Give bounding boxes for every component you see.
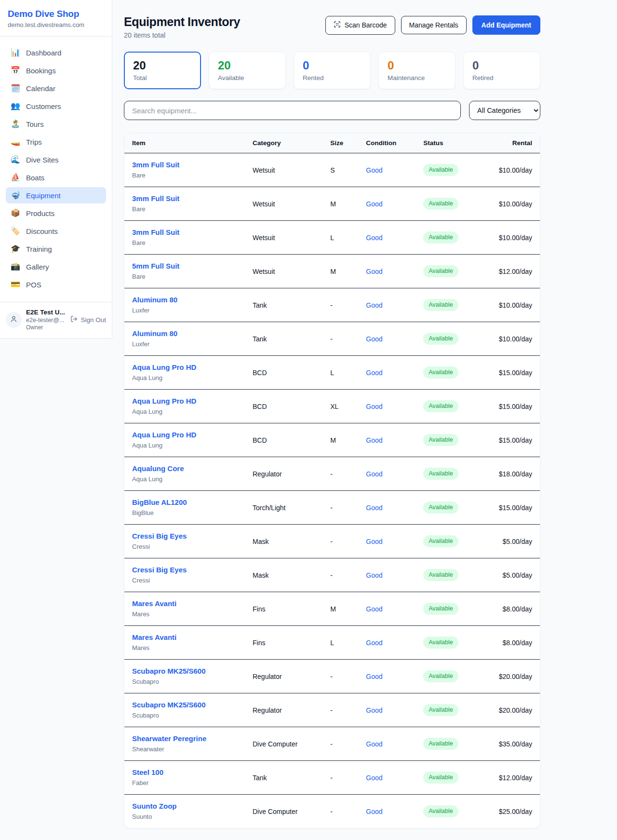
item-name-link[interactable]: Scubapro MK25/S600 <box>132 700 237 710</box>
sidebar-item-discounts[interactable]: 🏷️Discounts <box>6 223 106 239</box>
condition-link[interactable]: Good <box>366 436 382 444</box>
table-row: BigBlue AL1200BigBlueTorch/Light-GoodAva… <box>124 491 540 525</box>
item-name-link[interactable]: 5mm Full Suit <box>132 261 237 271</box>
item-name-link[interactable]: Shearwater Peregrine <box>132 734 237 744</box>
stat-card-rented[interactable]: 0Rented <box>294 52 371 89</box>
item-name-link[interactable]: 3mm Full Suit <box>132 228 237 237</box>
filter-row: All Categories <box>124 101 540 120</box>
item-category: Wetsuit <box>245 153 322 187</box>
item-name-link[interactable]: Mares Avanti <box>132 633 237 642</box>
stat-value: 0 <box>472 58 531 73</box>
rental-rate: $18.00/day <box>472 457 540 491</box>
condition-link[interactable]: Good <box>366 504 382 512</box>
sidebar: Demo Dive Shop demo.test.divestreams.com… <box>0 0 112 339</box>
table-row: Scubapro MK25/S600ScubaproRegulator-Good… <box>124 660 540 693</box>
condition-link[interactable]: Good <box>366 234 382 242</box>
stat-card-maintenance[interactable]: 0Maintenance <box>378 52 456 89</box>
user-name: E2E Test U... <box>26 308 66 316</box>
item-category: Mask <box>245 558 322 592</box>
search-input[interactable] <box>124 101 461 120</box>
sidebar-item-label: POS <box>26 281 41 289</box>
stat-card-retired[interactable]: 0Retired <box>463 52 540 89</box>
status-badge: Available <box>423 805 458 817</box>
sidebar-item-trips[interactable]: 🚤Trips <box>6 134 106 150</box>
condition-link[interactable]: Good <box>366 605 382 613</box>
item-brand: Shearwater <box>132 745 237 754</box>
sidebar-item-training[interactable]: 🎓Training <box>6 241 106 257</box>
item-name-link[interactable]: Scubapro MK25/S600 <box>132 666 237 676</box>
sidebar-item-boats[interactable]: ⛵Boats <box>6 169 106 186</box>
item-name-link[interactable]: Aqua Lung Pro HD <box>132 363 237 372</box>
item-size: M <box>322 187 358 221</box>
sidebar-item-gallery[interactable]: 📸Gallery <box>6 258 106 275</box>
package-icon: 📦 <box>11 208 20 218</box>
page-title: Equipment Inventory <box>124 14 240 29</box>
status-badge: Available <box>423 468 458 480</box>
condition-link[interactable]: Good <box>366 369 382 377</box>
item-name-link[interactable]: Aluminum 80 <box>132 295 237 305</box>
sidebar-item-pos[interactable]: 💳POS <box>6 276 106 293</box>
condition-link[interactable]: Good <box>366 166 382 174</box>
item-name-link[interactable]: Cressi Big Eyes <box>132 531 237 541</box>
condition-link[interactable]: Good <box>366 268 382 275</box>
item-name-link[interactable]: Cressi Big Eyes <box>132 565 237 575</box>
item-name-link[interactable]: Suunto Zoop <box>132 801 237 811</box>
sidebar-item-bookings[interactable]: 📅Bookings <box>6 62 106 79</box>
condition-link[interactable]: Good <box>366 706 382 714</box>
condition-link[interactable]: Good <box>366 571 382 579</box>
item-brand: Bare <box>132 272 237 281</box>
item-name-link[interactable]: Aqua Lung Pro HD <box>132 430 237 440</box>
item-size: S <box>322 153 358 187</box>
item-size: - <box>322 660 358 693</box>
sidebar-item-customers[interactable]: 👥Customers <box>6 98 106 114</box>
user-email: e2e-tester@... <box>26 316 66 324</box>
table-row: Aluminum 80LuxferTank-GoodAvailable$10.0… <box>124 322 540 356</box>
sign-out-button[interactable]: Sign Out <box>70 315 106 324</box>
condition-link[interactable]: Good <box>366 639 382 647</box>
item-name-link[interactable]: BigBlue AL1200 <box>132 498 237 507</box>
brand-name[interactable]: Demo Dive Shop <box>8 8 104 20</box>
condition-link[interactable]: Good <box>366 200 382 208</box>
sidebar-item-dive-sites[interactable]: 🌊Dive Sites <box>6 151 106 168</box>
item-size: M <box>322 255 358 288</box>
sidebar-item-calendar[interactable]: 🗓️Calendar <box>6 80 106 96</box>
status-badge: Available <box>423 231 458 244</box>
condition-link[interactable]: Good <box>366 301 382 309</box>
scan-barcode-button[interactable]: Scan Barcode <box>325 16 395 35</box>
person-icon <box>10 315 18 325</box>
add-equipment-button[interactable]: Add Equipment <box>472 15 540 35</box>
table-row: Aluminum 80LuxferTank-GoodAvailable$10.0… <box>124 288 540 322</box>
sidebar-item-equipment[interactable]: 🤿Equipment <box>6 187 106 203</box>
sidebar-item-tours[interactable]: 🏝️Tours <box>6 116 106 132</box>
rental-rate: $8.00/day <box>472 626 540 660</box>
sidebar-item-products[interactable]: 📦Products <box>6 205 106 221</box>
condition-link[interactable]: Good <box>366 774 382 782</box>
manage-rentals-button[interactable]: Manage Rentals <box>401 16 467 34</box>
item-name-link[interactable]: Aqua Lung Pro HD <box>132 396 237 406</box>
condition-link[interactable]: Good <box>366 470 382 478</box>
item-name-link[interactable]: Aqualung Core <box>132 464 237 474</box>
sidebar-item-dashboard[interactable]: 📊Dashboard <box>6 44 106 61</box>
condition-link[interactable]: Good <box>366 538 382 545</box>
item-size: XL <box>322 390 358 423</box>
item-name-link[interactable]: Steel 100 <box>132 768 237 777</box>
item-category: Regulator <box>245 693 322 727</box>
item-name-link[interactable]: 3mm Full Suit <box>132 194 237 203</box>
item-name-link[interactable]: Aluminum 80 <box>132 329 237 339</box>
item-brand: Aqua Lung <box>132 407 237 416</box>
condition-link[interactable]: Good <box>366 403 382 410</box>
stat-card-available[interactable]: 20Available <box>209 52 286 89</box>
condition-link[interactable]: Good <box>366 808 382 815</box>
condition-link[interactable]: Good <box>366 335 382 343</box>
condition-link[interactable]: Good <box>366 673 382 680</box>
stat-card-total[interactable]: 20Total <box>124 52 201 89</box>
item-name-link[interactable]: 3mm Full Suit <box>132 160 237 170</box>
table-row: Shearwater PeregrineShearwaterDive Compu… <box>124 727 540 761</box>
sidebar-item-label: Bookings <box>26 67 56 75</box>
condition-link[interactable]: Good <box>366 740 382 748</box>
item-name-link[interactable]: Mares Avanti <box>132 599 237 609</box>
page-header: Equipment Inventory 20 items total <box>124 14 540 39</box>
category-select[interactable]: All Categories <box>469 101 540 120</box>
status-badge: Available <box>423 704 458 716</box>
stat-value: 0 <box>303 58 362 73</box>
